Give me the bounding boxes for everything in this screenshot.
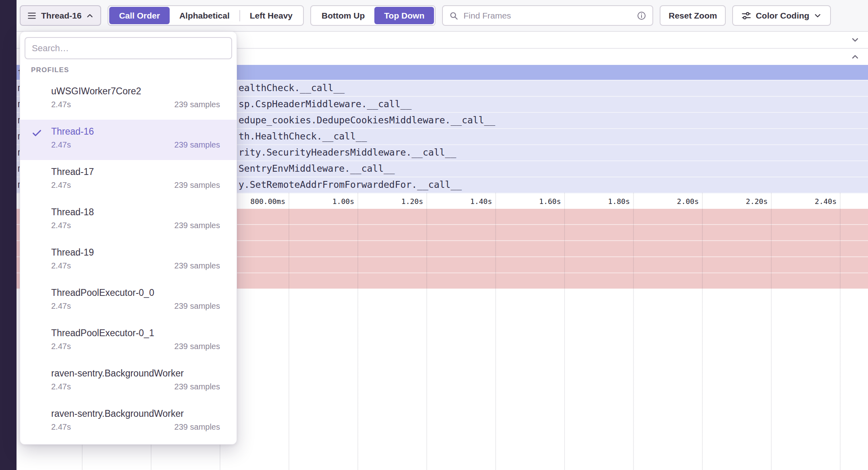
thread-samples: 239 samples — [174, 302, 220, 311]
chevron-up-icon[interactable] — [850, 52, 860, 62]
direction-segmented-control: Bottom Up Top Down — [310, 5, 436, 26]
thread-duration: 2.47s — [51, 261, 71, 270]
thread-option[interactable]: Thread-17 2.47s239 samples — [20, 160, 237, 200]
thread-samples: 239 samples — [174, 261, 220, 270]
time-tick: 1.80s — [569, 197, 630, 206]
time-tick: 1.00s — [294, 197, 354, 206]
thread-option[interactable]: ThreadPoolExecutor-0_0 2.47s239 samples — [20, 281, 237, 321]
chevron-down-icon — [813, 11, 822, 20]
thread-option-selected[interactable]: Thread-16 2.47s239 samples — [20, 120, 237, 160]
time-tick: 1.40s — [432, 197, 492, 206]
time-tick: 1.60s — [500, 197, 561, 206]
frame-label: ealthCheck.__call__ — [239, 83, 345, 93]
time-tick: 1.20s — [363, 197, 423, 206]
thread-name: raven-sentry.BackgroundWorker — [51, 408, 220, 419]
color-coding-label: Color Coding — [756, 11, 809, 21]
thread-list: uWSGIWorker7Core2 2.47s239 samples Threa… — [20, 79, 237, 442]
thread-selector-label: Thread-16 — [41, 11, 81, 21]
direction-option-top-down[interactable]: Top Down — [374, 7, 434, 24]
dropdown-search-input[interactable] — [32, 43, 225, 54]
thread-duration: 2.47s — [51, 181, 71, 190]
thread-name: ThreadPoolExecutor-0_1 — [51, 328, 220, 339]
thread-samples: 239 samples — [174, 100, 220, 109]
time-tick: 2.40s — [776, 197, 837, 206]
thread-duration: 2.47s — [51, 342, 71, 351]
check-icon — [31, 127, 42, 138]
chevron-up-icon — [85, 11, 94, 20]
thread-samples: 239 samples — [174, 422, 220, 432]
thread-option[interactable]: raven-sentry.BackgroundWorker 2.47s239 s… — [20, 362, 237, 402]
profiler-screen: Thread-16 Call Order Alphabetical Left H… — [0, 0, 868, 470]
time-tick: 2.20s — [707, 197, 768, 206]
thread-samples: 239 samples — [174, 181, 220, 190]
frame-label: rity.SecurityHeadersMiddleware.__call__ — [239, 147, 456, 158]
thread-option[interactable]: raven-sentry.BackgroundWorker 2.47s239 s… — [20, 402, 237, 442]
frame-label: sp.CspHeaderMiddleware.__call__ — [239, 99, 411, 109]
frame-label: edupe_cookies.DedupeCookiesMiddleware.__… — [239, 115, 495, 125]
thread-name: uWSGIWorker7Core2 — [51, 86, 220, 97]
chevron-down-icon[interactable] — [850, 35, 860, 45]
thread-duration: 2.47s — [51, 140, 71, 150]
frame-label: y.SetRemoteAddrFromForwardedFor.__call__ — [239, 179, 462, 190]
thread-name: raven-sentry.BackgroundWorker — [51, 368, 220, 379]
frame-label: th.HealthCheck.__call__ — [239, 131, 367, 141]
thread-samples: 239 samples — [174, 140, 220, 150]
thread-duration: 2.47s — [51, 221, 71, 230]
sort-segmented-control: Call Order Alphabetical Left Heavy — [108, 5, 304, 26]
sort-option-call-order[interactable]: Call Order — [109, 7, 170, 24]
color-coding-button[interactable]: Color Coding — [732, 5, 831, 26]
time-tick: 2.00s — [638, 197, 699, 206]
thread-name: Thread-19 — [51, 247, 220, 258]
search-icon — [449, 11, 459, 21]
thread-samples: 239 samples — [174, 382, 220, 391]
thread-duration: 2.47s — [51, 422, 71, 432]
app-sidebar-strip — [0, 0, 17, 470]
sliders-icon — [741, 10, 752, 21]
thread-samples: 239 samples — [174, 221, 220, 230]
direction-option-bottom-up[interactable]: Bottom Up — [312, 7, 374, 24]
profiles-section-label: PROFILES — [31, 66, 237, 74]
sort-option-left-heavy[interactable]: Left Heavy — [240, 7, 302, 24]
thread-option[interactable]: Thread-19 2.47s239 samples — [20, 241, 237, 281]
thread-option[interactable]: uWSGIWorker7Core2 2.47s239 samples — [20, 79, 237, 120]
thread-selector-button[interactable]: Thread-16 — [20, 5, 101, 26]
thread-duration: 2.47s — [51, 302, 71, 311]
thread-name: Thread-18 — [51, 207, 220, 218]
thread-duration: 2.47s — [51, 100, 71, 109]
thread-name: Thread-17 — [51, 166, 220, 177]
frame-label: SentryEnvMiddleware.__call__ — [239, 163, 395, 174]
info-icon[interactable] — [637, 11, 646, 21]
thread-samples: 239 samples — [174, 342, 220, 351]
thread-duration: 2.47s — [51, 382, 71, 391]
thread-name: Thread-16 — [51, 126, 220, 137]
flamegraph-toolbar: Thread-16 Call Order Alphabetical Left H… — [17, 0, 868, 32]
find-frames-search — [442, 5, 653, 26]
list-icon — [27, 10, 37, 21]
thread-option[interactable]: ThreadPoolExecutor-0_1 2.47s239 samples — [20, 321, 237, 362]
sort-option-alphabetical[interactable]: Alphabetical — [170, 7, 239, 24]
thread-selector-dropdown: PROFILES uWSGIWorker7Core2 2.47s239 samp… — [20, 31, 237, 445]
thread-option[interactable]: Thread-18 2.47s239 samples — [20, 200, 237, 241]
thread-name: ThreadPoolExecutor-0_0 — [51, 287, 220, 298]
reset-zoom-button[interactable]: Reset Zoom — [660, 5, 726, 26]
dropdown-search — [25, 37, 232, 59]
find-frames-input[interactable] — [463, 11, 632, 21]
